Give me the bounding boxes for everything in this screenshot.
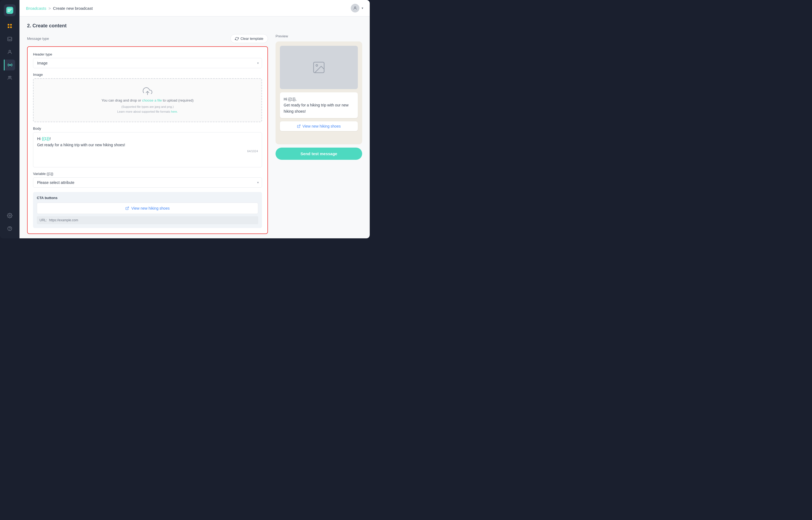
header-type-field: Header type Image None Text Video Docume…	[33, 52, 262, 68]
preview-hi-line: Hi {{1}},	[284, 96, 354, 102]
upload-instruction-text: You can drag and drop or choose a file t…	[102, 98, 194, 102]
svg-rect-2	[10, 24, 12, 26]
variable-field: Variable {{1}} Please select attribute ▾	[33, 172, 262, 188]
two-column-layout: Message type Clear template	[27, 34, 362, 234]
body-label: Body	[33, 127, 262, 131]
header-type-select-wrapper: Image None Text Video Document ▾	[33, 58, 262, 68]
image-upload-field: Image You can d	[33, 73, 262, 122]
preview-message-bubble: Hi {{1}}, Get ready for a hiking trip wi…	[280, 93, 358, 118]
form-panel: Message type Clear template	[27, 34, 268, 234]
body-variable: {{1}}	[42, 136, 50, 141]
preview-cta-label: View new hiking shoes	[302, 124, 340, 128]
section-title: 2. Create content	[27, 23, 66, 28]
variable-select[interactable]: Please select attribute	[33, 177, 262, 188]
message-type-label: Message type	[27, 36, 49, 41]
svg-point-7	[9, 64, 10, 65]
clear-template-button[interactable]: Clear template	[230, 34, 268, 43]
svg-point-6	[9, 50, 11, 52]
svg-point-13	[354, 7, 356, 8]
form-content-area: Header type Image None Text Video Docume…	[27, 46, 268, 234]
variable-label: Variable {{1}}	[33, 172, 262, 176]
sidebar-item-settings[interactable]	[4, 210, 15, 221]
preview-image-placeholder	[280, 46, 358, 89]
breadcrumb-separator: >	[49, 6, 51, 10]
svg-point-9	[10, 76, 11, 77]
sidebar-item-inbox[interactable]	[4, 33, 15, 45]
preview-card: Hi {{1}}, Get ready for a hiking trip wi…	[276, 42, 362, 145]
body-textarea[interactable]: Hi {{1}}! Get ready for a hiking trip wi…	[33, 132, 262, 167]
user-menu-chevron[interactable]: ▾	[362, 6, 363, 10]
preview-cta-icon	[297, 124, 301, 128]
body-char-counter: 64/1024	[37, 149, 258, 154]
sidebar-item-teams[interactable]	[4, 73, 15, 83]
sidebar-item-contacts[interactable]	[4, 47, 15, 57]
refresh-icon	[235, 37, 239, 41]
svg-point-12	[10, 230, 10, 230]
sidebar-item-broadcasts[interactable]	[4, 59, 15, 71]
sidebar-item-overview[interactable]	[4, 21, 15, 31]
header-type-label: Header type	[33, 52, 262, 56]
svg-point-17	[316, 64, 318, 67]
choose-file-link[interactable]: choose a file	[142, 98, 162, 102]
body-prefix: Hi	[37, 136, 42, 141]
body-exclaim: !	[50, 136, 51, 141]
upload-suffix: to upload (required)	[163, 98, 194, 102]
body-message: Get ready for a hiking trip with our new…	[37, 143, 125, 147]
cta-section-title: CTA buttons	[37, 196, 258, 200]
preview-body-line: Get ready for a hiking trip with our new…	[284, 102, 354, 114]
preview-panel: Preview Hi {{1}},	[276, 34, 362, 234]
page-content: 2. Create content Message type Cl	[20, 17, 370, 238]
cta-buttons-section: CTA buttons View new hiking shoes	[33, 192, 262, 228]
top-navigation: Broadcasts > Create new broadcast ▾	[20, 0, 370, 17]
message-type-row: Message type Clear template	[27, 34, 268, 43]
upload-subtext: (Supported file types are jpeg and png.)…	[117, 105, 178, 114]
cta-button-preview[interactable]: View new hiking shoes	[37, 203, 258, 214]
breadcrumb: Broadcasts > Create new broadcast	[26, 6, 93, 10]
cta-url-input[interactable]	[49, 218, 255, 222]
url-label: URL:	[39, 218, 47, 222]
sidebar	[0, 0, 20, 238]
app-logo[interactable]	[4, 4, 16, 16]
svg-rect-1	[8, 24, 9, 26]
variable-select-wrapper: Please select attribute ▾	[33, 177, 262, 188]
breadcrumb-broadcasts-link[interactable]: Broadcasts	[26, 6, 46, 10]
svg-point-10	[9, 215, 10, 216]
cta-external-link-icon	[125, 206, 129, 210]
topnav-user-area: ▾	[351, 4, 363, 12]
section-heading: 2. Create content	[27, 23, 362, 29]
header-type-select[interactable]: Image None Text Video Document	[33, 58, 262, 68]
breadcrumb-current-page: Create new broadcast	[53, 6, 93, 10]
file-format-link[interactable]: here.	[171, 110, 178, 113]
sidebar-item-support[interactable]	[4, 223, 15, 234]
preview-label: Preview	[276, 34, 362, 38]
body-field: Body Hi {{1}}! Get ready for a hiking tr…	[33, 127, 262, 167]
cta-button-label: View new hiking shoes	[131, 206, 169, 210]
image-label: Image	[33, 73, 262, 77]
upload-cloud-icon	[143, 86, 152, 96]
preview-cta-button[interactable]: View new hiking shoes	[280, 121, 358, 131]
svg-rect-3	[8, 27, 9, 28]
image-upload-area[interactable]: You can drag and drop or choose a file t…	[33, 78, 262, 122]
user-avatar[interactable]	[351, 4, 359, 12]
main-content: Broadcasts > Create new broadcast ▾ 2. C…	[20, 0, 370, 238]
cta-url-row: URL:	[37, 216, 258, 224]
svg-line-15	[127, 207, 129, 209]
preview-image-icon	[312, 60, 326, 75]
send-test-message-button[interactable]: Send test message	[276, 148, 362, 160]
svg-rect-4	[10, 27, 12, 28]
svg-line-18	[299, 125, 300, 127]
